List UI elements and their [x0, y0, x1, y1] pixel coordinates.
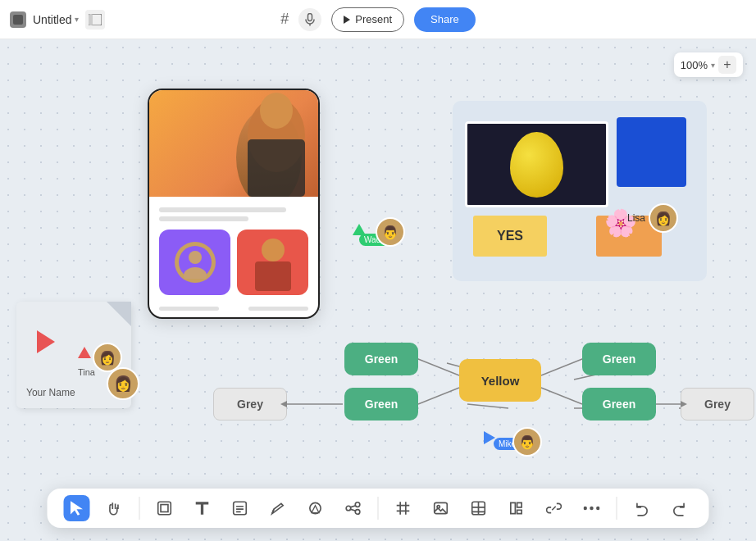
mobile-grid — [159, 230, 308, 295]
mobile-bottom-line-1 — [159, 307, 219, 311]
svg-line-24 — [541, 359, 582, 375]
mobile-content — [149, 197, 318, 302]
share-button[interactable]: Share — [414, 7, 476, 32]
wade-avatar: 👨 — [376, 217, 405, 247]
panel-toggle-button[interactable] — [85, 10, 105, 30]
svg-point-39 — [355, 510, 360, 515]
svg-rect-31 — [234, 502, 247, 515]
svg-point-53 — [590, 507, 593, 510]
image-cluster: YES 🌸 Lisa 👩 — [453, 101, 707, 281]
tina-avatar-on-paper: 👩 — [107, 367, 139, 400]
mobile-bottom-line-2 — [248, 307, 308, 311]
person-illustration — [149, 90, 320, 197]
tina-cursor-triangle — [78, 347, 91, 358]
image-tool-button[interactable] — [428, 495, 454, 521]
tina-name-label: Tina — [78, 367, 95, 377]
svg-rect-2 — [89, 14, 93, 25]
present-label: Present — [355, 13, 392, 25]
frame-tool-button[interactable] — [152, 495, 178, 521]
grey-node-1-label: Grey — [237, 398, 263, 411]
svg-point-6 — [260, 93, 293, 129]
microphone-button[interactable] — [298, 8, 321, 31]
fc-svg-arrows — [312, 334, 756, 498]
more-tools-button[interactable] — [579, 495, 605, 521]
svg-point-38 — [355, 502, 360, 507]
svg-point-11 — [262, 239, 285, 261]
svg-rect-29 — [158, 502, 171, 515]
svg-point-9 — [189, 251, 202, 264]
yes-sticky: YES — [473, 216, 547, 257]
balloon-illustration — [510, 132, 563, 198]
mobile-hero-image — [149, 90, 318, 197]
redo-button[interactable] — [667, 495, 693, 521]
sticky-tool-button[interactable] — [227, 495, 253, 521]
grid-item-purple — [159, 230, 230, 295]
select-tool-button[interactable] — [64, 495, 90, 521]
svg-rect-3 — [308, 13, 312, 20]
zoom-value[interactable]: 100% — [681, 59, 708, 71]
lisa-cursor: Lisa 👩 — [627, 203, 678, 233]
title-area: Untitled ▾ — [33, 13, 79, 26]
flowchart: Green Green Yellow Green Green Grey Grey — [312, 334, 756, 498]
svg-marker-28 — [71, 501, 83, 516]
document-title[interactable]: Untitled — [33, 13, 71, 26]
lisa-avatar-circle: 👩 — [649, 203, 678, 233]
topbar-center: # Present Share — [280, 7, 476, 32]
bottom-toolbar — [48, 489, 709, 528]
paper-fold — [107, 302, 131, 326]
svg-marker-27 — [681, 401, 687, 407]
svg-line-40 — [350, 506, 356, 507]
topbar-left: Untitled ▾ — [10, 10, 280, 30]
present-button[interactable]: Present — [331, 7, 404, 32]
canvas[interactable]: 100% ▾ + — [0, 39, 756, 541]
table-tool-button[interactable] — [466, 495, 492, 521]
mike-avatar: 👨 — [512, 427, 542, 457]
svg-line-41 — [350, 509, 356, 511]
toolbar-divider-2 — [378, 497, 379, 520]
svg-rect-30 — [161, 505, 168, 512]
svg-line-25 — [541, 388, 582, 404]
your-name-label: Your Name — [26, 387, 75, 398]
svg-rect-7 — [248, 139, 305, 197]
svg-point-37 — [346, 506, 351, 511]
zoom-chevron-icon: ▾ — [711, 61, 715, 70]
svg-point-54 — [596, 507, 599, 510]
link-tool-button[interactable] — [541, 495, 567, 521]
undo-button[interactable] — [629, 495, 655, 521]
pen-tool-button[interactable] — [265, 495, 291, 521]
mobile-text-line-2 — [159, 216, 248, 221]
app-logo — [10, 11, 26, 28]
toolbar-divider-3 — [617, 497, 617, 520]
svg-point-52 — [584, 507, 587, 510]
blue-square — [617, 117, 686, 187]
svg-rect-12 — [255, 261, 291, 291]
svg-line-22 — [418, 359, 459, 375]
shapes-tool-button[interactable] — [303, 495, 329, 521]
zoom-control: 100% ▾ + — [674, 52, 743, 77]
grid-item-coral — [237, 230, 308, 295]
svg-line-23 — [418, 388, 459, 404]
grid-tool-button[interactable] — [390, 495, 417, 521]
mobile-text-line-1 — [159, 207, 286, 212]
hashtag-button[interactable]: # — [280, 11, 289, 28]
grey-node-1[interactable]: Grey — [213, 388, 287, 421]
mobile-card — [148, 89, 320, 319]
title-chevron-icon[interactable]: ▾ — [75, 15, 79, 24]
toolbar-divider-1 — [139, 497, 140, 520]
hand-tool-button[interactable] — [102, 495, 128, 521]
tina-avatar: 👩 — [93, 343, 122, 372]
play-icon — [37, 330, 55, 353]
text-tool-button[interactable] — [189, 495, 216, 521]
template-tool-button[interactable] — [503, 495, 530, 521]
present-icon — [344, 16, 350, 24]
mobile-bottom — [149, 302, 318, 317]
avatar-purple — [175, 242, 216, 283]
topbar: Untitled ▾ # Present Share — [0, 0, 756, 39]
svg-rect-0 — [13, 15, 23, 25]
zoom-plus-button[interactable]: + — [718, 56, 736, 74]
lisa-name-label: Lisa — [627, 212, 645, 224]
landscape-image — [465, 121, 608, 207]
connector-tool-button[interactable] — [340, 495, 367, 521]
